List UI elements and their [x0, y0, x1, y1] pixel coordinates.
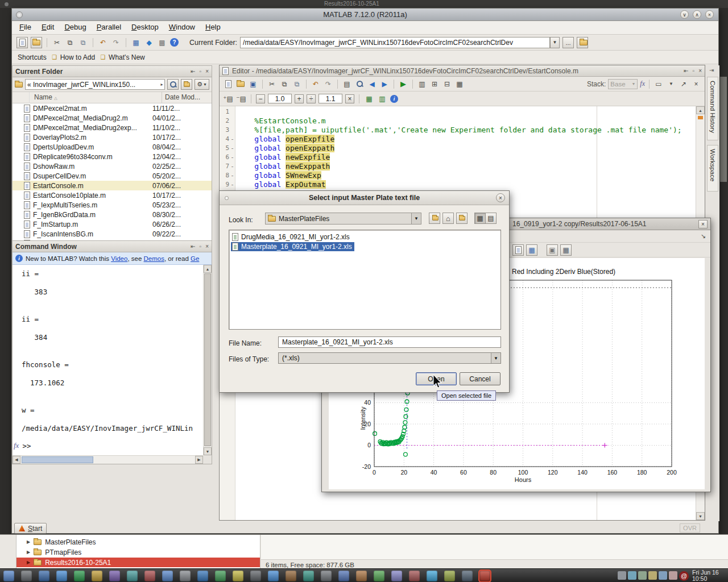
- undo-icon[interactable]: ↶: [98, 38, 108, 48]
- taskbar-app-icon[interactable]: [250, 571, 261, 581]
- grid-view-toggle[interactable]: ▦: [474, 213, 486, 224]
- evaluate-cell-icon[interactable]: ▦: [364, 94, 374, 104]
- getting-started-link[interactable]: Ge: [191, 255, 199, 262]
- taskbar-app-icon[interactable]: [374, 571, 384, 581]
- tab-command-history[interactable]: Command History: [707, 77, 718, 140]
- taskbar-app-icon[interactable]: [391, 571, 402, 581]
- taskbar-app-icon[interactable]: [268, 571, 279, 581]
- file-row[interactable]: F_IgenBkGrdData.m08/30/2...: [13, 210, 212, 219]
- scrollbar-thumb[interactable]: [22, 456, 93, 463]
- taskbar-app-icon[interactable]: [321, 571, 332, 581]
- file-row[interactable]: F_IexpMultiTseries.m05/23/2...: [13, 200, 212, 210]
- file-row[interactable]: DoverlayPlots2.m10/17/2...: [13, 132, 212, 142]
- scroll-down-icon[interactable]: ▼: [204, 447, 212, 455]
- command-window-header[interactable]: Command Window ⇤ ▫ ×: [13, 241, 212, 252]
- list-view-toggle[interactable]: ▤: [485, 213, 497, 224]
- new-file-button[interactable]: [16, 37, 28, 48]
- scrollbar-thumb[interactable]: [204, 273, 211, 446]
- file-row[interactable]: DReplicate96to384conv.m12/04/2...: [13, 152, 212, 161]
- undock-icon[interactable]: ▫: [200, 68, 202, 74]
- file-row[interactable]: DMPexcel2mat_MediaDrug2.m04/01/2...: [13, 113, 212, 123]
- open-file-button[interactable]: [31, 37, 42, 48]
- file-row[interactable]: F_ImStartup.m06/26/2...: [13, 219, 212, 229]
- video-link[interactable]: Video: [111, 255, 127, 262]
- evaluate-advance-icon[interactable]: ▥: [377, 94, 387, 104]
- scroll-up-icon[interactable]: ▲: [204, 265, 212, 273]
- matlab-titlebar[interactable]: MATLAB 7.12.0 (R2011a) ∨ ∧ ×: [12, 9, 718, 21]
- minimize-button[interactable]: ∨: [680, 10, 689, 19]
- file-row[interactable]: F_IscanIntensBG.m09/22/2...: [13, 229, 212, 239]
- redo-icon[interactable]: ↷: [111, 38, 121, 48]
- editor-titlebar[interactable]: Editor - /media/data/EASY/InovImager_jwr…: [220, 65, 705, 77]
- combo-dropdown-icon[interactable]: ▼: [550, 37, 560, 48]
- taskbar-app-icon[interactable]: [39, 571, 49, 581]
- new-folder-button[interactable]: ✶: [456, 213, 468, 224]
- console-area[interactable]: ii = 383 ii = 384 fhconsole = 173.1062 w…: [13, 265, 203, 455]
- decrease-value-button[interactable]: −: [256, 94, 265, 103]
- cut-icon[interactable]: ✂: [267, 79, 277, 89]
- pan-button[interactable]: ▣: [547, 244, 558, 256]
- dock-figure-icon[interactable]: ↘: [701, 232, 706, 240]
- taskbar-app-icon[interactable]: [144, 571, 155, 581]
- maximize-button[interactable]: ∧: [693, 10, 701, 19]
- cancel-button[interactable]: Cancel: [460, 372, 500, 385]
- file-row[interactable]: EstartConsole.m07/06/2...: [13, 181, 212, 190]
- divide-button[interactable]: ÷: [307, 94, 316, 103]
- remove-cell-icon[interactable]: ⁻▤: [236, 94, 246, 104]
- file-name-input[interactable]: [278, 336, 501, 348]
- menu-desktop[interactable]: Desktop: [126, 21, 164, 33]
- paste-icon[interactable]: ⧉: [292, 79, 302, 89]
- actions-button[interactable]: ⚙▼: [195, 79, 209, 90]
- continue-icon[interactable]: ▦: [454, 79, 465, 89]
- taskbar-app-icon[interactable]: [286, 571, 296, 581]
- insert-cell-icon[interactable]: ⁺▤: [223, 94, 233, 104]
- menu-help[interactable]: Help: [200, 21, 226, 33]
- taskbar-app-icon[interactable]: [444, 571, 455, 581]
- new-figure-button[interactable]: [512, 244, 524, 256]
- column-divider[interactable]: [162, 92, 162, 103]
- copy-icon[interactable]: ⧉: [279, 79, 289, 89]
- menu-window[interactable]: Window: [164, 21, 200, 33]
- tray-icon[interactable]: [669, 571, 677, 580]
- dock-icon[interactable]: ⇤: [191, 68, 195, 74]
- simulink-icon[interactable]: ◆: [144, 38, 154, 48]
- save-icon[interactable]: ▣: [248, 79, 258, 89]
- home-button[interactable]: ⌂: [442, 213, 454, 224]
- prompt-row[interactable]: fx >>: [13, 441, 203, 450]
- tree-row[interactable]: ▶Results2016-10-25A1: [16, 558, 260, 567]
- redo-icon[interactable]: ↷: [323, 79, 333, 89]
- close-button[interactable]: ×: [705, 10, 714, 19]
- taskbar-app-icon[interactable]: [3, 571, 14, 581]
- dock-icon[interactable]: ⇤: [684, 68, 688, 74]
- menu-file[interactable]: File: [14, 21, 36, 33]
- close-dialog-icon[interactable]: ×: [496, 193, 505, 202]
- scroll-left-icon[interactable]: ◀: [13, 456, 20, 464]
- folder-tree[interactable]: ▶MasterPlateFiles▶PTmapFiles▶Results2016…: [16, 535, 260, 569]
- taskbar-app-icon[interactable]: [233, 571, 243, 581]
- fx-button[interactable]: fx: [14, 441, 19, 450]
- cut-icon[interactable]: ✂: [52, 38, 62, 48]
- code-line[interactable]: 1: [220, 107, 695, 117]
- code-line[interactable]: 2 %EstartConsole.m: [220, 117, 695, 126]
- expand-arrow-icon[interactable]: ▶: [27, 550, 30, 555]
- browse-folder-button[interactable]: ...: [562, 37, 574, 48]
- code-line[interactable]: 9- global ExpOutmat: [220, 180, 695, 189]
- tab-workspace[interactable]: Workspace: [707, 145, 718, 192]
- copy-icon[interactable]: ⧉: [65, 38, 75, 48]
- data-grid-button[interactable]: ▦: [560, 244, 572, 256]
- cell-info-icon[interactable]: i: [390, 95, 398, 103]
- desktop-layout-icon[interactable]: ▦: [131, 38, 141, 48]
- expand-arrow-icon[interactable]: ▶: [27, 560, 30, 565]
- address-combo[interactable]: « InovImager_jwrCF_WINLinx150...▸: [25, 79, 165, 90]
- current-folder-input[interactable]: [240, 37, 550, 48]
- tray-icon[interactable]: [638, 571, 647, 580]
- dialog-file-item[interactable]: Masterplate_16_0921_MI_yor1-2.xls: [231, 242, 354, 251]
- run-icon[interactable]: ▶: [398, 79, 408, 89]
- taskbar-app-icon[interactable]: [462, 571, 473, 581]
- code-line[interactable]: 5- global openExppath: [220, 144, 695, 153]
- dialog-titlebar[interactable]: Select input Master Plate text file ×: [220, 191, 509, 205]
- restore-panels-icon[interactable]: ⇥: [709, 67, 714, 73]
- dialog-file-list[interactable]: DrugMedia_16_0921_MI_yor1-2.xlsMasterpla…: [229, 230, 501, 330]
- taskbar-app-icon[interactable]: [215, 571, 226, 581]
- taskbar-app-icon[interactable]: [92, 571, 102, 581]
